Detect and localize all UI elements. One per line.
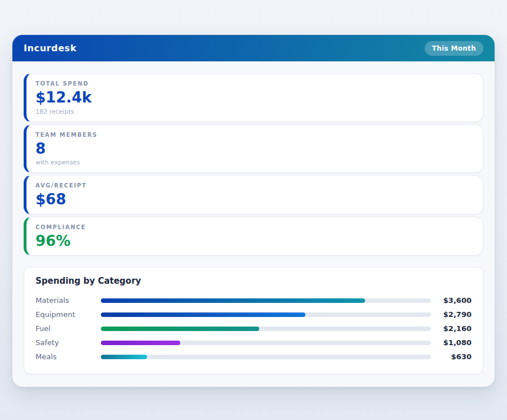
stat-sub: with expenses [35, 159, 474, 166]
chart-row-equipment: Equipment $2,790 [35, 307, 472, 321]
bar-fill-fuel [101, 327, 259, 331]
value-label: $2,160 [435, 324, 472, 333]
chart-row-meals: Meals $630 [35, 350, 472, 364]
value-label: $1,080 [435, 338, 472, 347]
stat-sub: 182 receipts [35, 108, 474, 115]
bar-track [101, 355, 431, 359]
stat-card-avg-receipt: AVG/RECEIPT $68 [24, 175, 483, 215]
app-header: Incurdesk This Month [12, 35, 495, 61]
spending-by-category-chart: Spending by Category Materials $3,600 Eq… [24, 267, 483, 374]
stat-card-total-spend: TOTAL SPEND $12.4k 182 receipts [24, 73, 483, 122]
stat-label: TOTAL SPEND [35, 81, 474, 87]
bar-fill-equipment [101, 312, 305, 317]
category-label: Materials [35, 296, 101, 305]
bar-fill-meals [101, 355, 147, 359]
category-label: Fuel [35, 324, 101, 333]
stat-label: COMPLIANCE [35, 224, 474, 230]
stat-value: 8 [35, 141, 474, 157]
period-badge[interactable]: This Month [425, 41, 483, 56]
chart-row-materials: Materials $3,600 [35, 293, 472, 307]
chart-title: Spending by Category [35, 276, 472, 286]
category-label: Safety [35, 338, 101, 347]
stat-card-compliance: COMPLIANCE 96% [24, 217, 483, 256]
stat-card-team-members: TEAM MEMBERS 8 with expenses [24, 124, 483, 173]
stat-label: TEAM MEMBERS [35, 132, 474, 138]
stat-value: 96% [35, 233, 474, 249]
bar-fill-materials [101, 298, 365, 303]
main-content: TOTAL SPEND $12.4k 182 receipts TEAM MEM… [12, 61, 495, 387]
bar-track [101, 312, 431, 317]
app-title: Incurdesk [24, 43, 77, 53]
value-label: $3,600 [435, 296, 472, 305]
chart-row-fuel: Fuel $2,160 [35, 321, 472, 336]
chart-row-safety: Safety $1,080 [35, 336, 472, 350]
stat-value: $12.4k [35, 90, 474, 106]
bar-track [101, 341, 431, 345]
value-label: $2,790 [435, 310, 472, 319]
stat-label: AVG/RECEIPT [35, 182, 474, 189]
bar-track [101, 327, 431, 331]
value-label: $630 [435, 352, 472, 361]
stat-value: $68 [35, 191, 474, 208]
bar-fill-safety [101, 341, 180, 345]
bar-track [101, 298, 431, 303]
app-container: Incurdesk This Month TOTAL SPEND $12.4k … [12, 35, 495, 387]
category-label: Equipment [35, 310, 101, 319]
category-label: Meals [35, 352, 101, 361]
